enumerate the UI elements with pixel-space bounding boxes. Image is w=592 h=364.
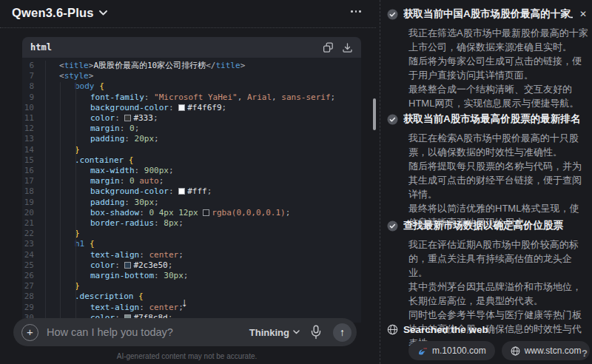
attach-plus-button[interactable]: + xyxy=(21,324,38,341)
check-icon xyxy=(387,220,398,232)
color-swatch xyxy=(203,209,209,216)
line-number: 20 xyxy=(22,208,46,218)
task-paragraph: 其中贵州茅台因其品牌溢价和市场地位，长期位居高位，是典型的代表。 xyxy=(408,280,588,308)
line-number: 8 xyxy=(22,81,46,92)
line-number: 23 xyxy=(22,239,46,249)
code-line: 12margin: 0; xyxy=(22,124,361,134)
code-line: 6<title>A股股价最高的10家公司排行榜</title> xyxy=(22,61,361,71)
line-number: 16 xyxy=(22,166,46,176)
code-line: 19padding: 30px; xyxy=(22,198,361,208)
send-button[interactable]: ↑ xyxy=(333,323,352,342)
code-line: 11color: #333; xyxy=(22,113,361,124)
line-number: 27 xyxy=(22,281,46,291)
line-number: 21 xyxy=(22,218,46,229)
site-logo-icon: co xyxy=(417,346,428,356)
download-icon[interactable] xyxy=(342,42,353,53)
line-number: 26 xyxy=(22,271,46,281)
line-number: 6 xyxy=(22,61,46,71)
line-number: 19 xyxy=(22,198,46,208)
code-line: 10background-color: #f4f6f9; xyxy=(22,103,361,113)
code-line: 25color: #2c3e50; xyxy=(22,260,361,271)
task-paragraph: 我正在评估近期A股市场中股价较高的标的，重点关注具有持续高估值的龙头企业。 xyxy=(408,237,588,280)
code-line: 29text-align: center; xyxy=(22,303,361,313)
code-line: 17margin: 0 auto; xyxy=(22,176,361,186)
code-line: 27} xyxy=(22,281,361,291)
scrollbar[interactable] xyxy=(373,98,376,130)
close-icon[interactable]: ✕ xyxy=(578,8,588,20)
line-number: 17 xyxy=(22,176,46,186)
web-source-chip[interactable]: www.stcn.com xyxy=(502,341,591,360)
task-section-body: 我正在筛选A股市场中最新股价最高的十家上市公司，确保数据来源准确且实时。随后将为… xyxy=(408,26,588,110)
web-source-label: www.stcn.com xyxy=(525,346,582,356)
line-number: 7 xyxy=(22,71,46,81)
line-number: 14 xyxy=(22,145,46,155)
check-icon xyxy=(387,9,398,20)
code-line: 15.container { xyxy=(22,155,361,166)
task-paragraph: 我正在检索A股市场中股价最高的十只股票，以确保数据的时效性与准确性。 xyxy=(408,131,588,159)
chat-input-bar: + Thinking ↑ xyxy=(13,318,357,346)
globe-icon xyxy=(511,346,520,356)
task-paragraph: 我正在筛选A股市场中最新股价最高的十家上市公司，确保数据来源准确且实时。 xyxy=(408,26,588,54)
color-swatch xyxy=(178,188,185,195)
agent-steps-panel: 获取当前中国A股市场股价最高的十家上市公司信息✕我正在筛选A股市场中最新股价最高… xyxy=(382,0,592,364)
color-swatch xyxy=(124,115,131,121)
more-options-button[interactable] xyxy=(348,7,364,16)
line-number: 10 xyxy=(22,103,46,113)
web-sources: com.10100.comwww.stcn.com xyxy=(408,341,588,360)
line-number: 29 xyxy=(22,303,46,313)
task-paragraph: 随后将提取每只股票的名称与代码，并为其生成可点击的财经平台链接，便于查阅详情。 xyxy=(408,159,588,201)
model-name: Qwen3.6-Plus xyxy=(12,6,94,20)
task-paragraph: 随后将为每家公司生成可点击的链接，便于用户直接访问其详情页面。 xyxy=(408,54,588,82)
line-number: 13 xyxy=(22,134,46,144)
line-number: 24 xyxy=(22,250,46,260)
microphone-icon[interactable] xyxy=(310,325,323,340)
help-button[interactable]: ? xyxy=(582,348,588,359)
line-number: 28 xyxy=(22,291,46,302)
code-line: 28.description { xyxy=(22,291,361,302)
code-line: 16max-width: 900px; xyxy=(22,166,361,176)
indent-guide xyxy=(75,82,76,323)
task-section-title: 获取当前A股市场最高价股票的最新排名 xyxy=(403,112,588,126)
code-language-label: html xyxy=(30,42,52,53)
code-editor: 6<title>A股股价最高的10家公司排行榜</title>7<style>8… xyxy=(22,58,361,323)
check-icon xyxy=(387,114,398,125)
line-number: 11 xyxy=(22,113,46,124)
code-lines: 6<title>A股股价最高的10家公司排行榜</title>7<style>8… xyxy=(22,61,361,323)
code-line: 22} xyxy=(22,229,361,239)
scroll-to-bottom-button[interactable]: ↓ xyxy=(181,296,187,309)
task-section-title: 查找最新市场数据以确定高价位股票 xyxy=(403,219,588,232)
code-line: 20box-shadow: 0 4px 12px rgba(0,0,0,0.1)… xyxy=(22,208,361,218)
ai-disclaimer: AI-generated content may not be accurate… xyxy=(0,352,374,360)
chevron-down-icon xyxy=(99,10,107,16)
copy-icon[interactable] xyxy=(323,42,334,53)
svg-text:co: co xyxy=(423,346,427,350)
code-line: 9font-family: "Microsoft YaHei", Arial, … xyxy=(22,92,361,103)
code-artifact-panel: html 6<title>A股股价最高的10家公司排行榜</title>7<st… xyxy=(22,37,361,323)
panel-divider xyxy=(380,0,380,364)
color-swatch xyxy=(178,104,185,111)
line-number: 22 xyxy=(22,229,46,239)
header-divider xyxy=(0,27,376,28)
code-line: 24text-align: center; xyxy=(22,250,361,260)
task-section-title: 获取当前中国A股市场股价最高的十家上市公司信息 xyxy=(403,7,573,21)
thinking-mode-selector[interactable]: Thinking xyxy=(249,327,300,338)
line-number: 9 xyxy=(22,92,46,103)
chat-input[interactable] xyxy=(47,326,249,338)
web-source-chip[interactable]: com.10100.com xyxy=(408,341,495,360)
code-line: 18background-color: #fff; xyxy=(22,186,361,197)
indent-guide xyxy=(60,82,61,323)
web-source-label: m.10100.com xyxy=(432,346,486,356)
task-paragraph: 最终整合成一个结构清晰、交互友好的HTML网页，实现信息展示与便捷导航。 xyxy=(408,82,588,110)
code-line: 26margin-bottom: 30px; xyxy=(22,271,361,281)
model-selector[interactable]: Qwen3.6-Plus xyxy=(12,6,107,20)
thinking-label: Thinking xyxy=(249,327,289,338)
line-number: 18 xyxy=(22,186,46,197)
color-swatch xyxy=(124,262,131,269)
code-line: 7<style> xyxy=(22,71,361,81)
code-line: 13padding: 20px; xyxy=(22,134,361,144)
code-header: html xyxy=(22,37,361,58)
code-line: 8body { xyxy=(22,81,361,92)
line-number: 15 xyxy=(22,155,46,166)
line-number: 12 xyxy=(22,124,46,134)
globe-icon xyxy=(387,324,398,335)
